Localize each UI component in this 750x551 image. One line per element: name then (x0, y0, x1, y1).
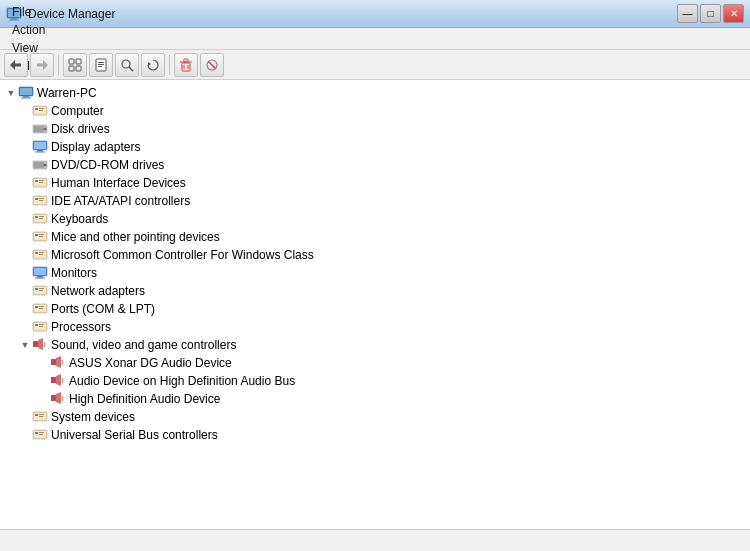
tree-label-sound: Sound, video and game controllers (51, 338, 236, 352)
menu-bar: FileActionViewHelp (0, 28, 750, 50)
back-button[interactable] (4, 53, 28, 77)
node-icon-ports (32, 301, 48, 317)
svg-rect-62 (35, 234, 38, 236)
tree-item-network[interactable]: Network adapters (0, 282, 750, 300)
tree-item-monitors[interactable]: Monitors (0, 264, 750, 282)
tree-item-keyboards[interactable]: Keyboards (0, 210, 750, 228)
svg-rect-7 (37, 63, 44, 66)
tree-label-keyboards: Keyboards (51, 212, 108, 226)
node-icon-computer (32, 103, 48, 119)
tree-label-mice: Mice and other pointing devices (51, 230, 220, 244)
tree-item-displayadapters[interactable]: Display adapters (0, 138, 750, 156)
maximize-button[interactable]: □ (700, 4, 721, 23)
svg-rect-57 (35, 216, 38, 218)
node-icon-diskdrives (32, 121, 48, 137)
tree-item-root[interactable]: ▼ Warren-PC (0, 84, 750, 102)
expand-icon-sound[interactable]: ▼ (18, 338, 32, 352)
update-icon (146, 58, 160, 72)
svg-rect-13 (98, 62, 104, 63)
tree-item-dvdrom[interactable]: DVD/CD-ROM drives (0, 156, 750, 174)
svg-rect-90 (51, 359, 56, 365)
disable-icon (205, 58, 219, 72)
tree-item-sysdevices[interactable]: System devices (0, 408, 750, 426)
svg-rect-81 (35, 306, 38, 308)
node-icon-asus (50, 355, 66, 371)
node-icon-ide (32, 193, 48, 209)
svg-rect-96 (39, 414, 44, 415)
svg-rect-32 (35, 108, 38, 110)
node-icon-usb (32, 427, 48, 443)
tree-label-audiohd: Audio Device on High Definition Audio Bu… (69, 374, 295, 388)
disable-button[interactable] (200, 53, 224, 77)
tree-item-asus[interactable]: ASUS Xonar DG Audio Device (0, 354, 750, 372)
svg-rect-5 (14, 63, 21, 66)
node-icon-network (32, 283, 48, 299)
expand-icon-root[interactable]: ▼ (4, 86, 18, 100)
tree-label-root: Warren-PC (37, 86, 97, 100)
svg-rect-77 (39, 288, 44, 289)
svg-rect-82 (39, 306, 44, 307)
node-icon-mswc (32, 247, 48, 263)
node-icon-hda (50, 391, 66, 407)
tree-label-network: Network adapters (51, 284, 145, 298)
svg-rect-19 (182, 63, 190, 71)
tree-item-ports[interactable]: Ports (COM & LPT) (0, 300, 750, 318)
tree-item-ide[interactable]: IDE ATA/ATAPI controllers (0, 192, 750, 210)
tree-item-hda[interactable]: High Definition Audio Device (0, 390, 750, 408)
uninstall-button[interactable] (174, 53, 198, 77)
node-icon-sound (32, 337, 48, 353)
tree-item-audiohd[interactable]: Audio Device on High Definition Audio Bu… (0, 372, 750, 390)
svg-rect-29 (21, 98, 31, 99)
node-icon-sysdevices (32, 409, 48, 425)
menu-item-file[interactable]: File (4, 3, 53, 21)
device-tree[interactable]: ▼ Warren-PC Computer Disk drives Display… (0, 80, 750, 529)
close-button[interactable]: ✕ (723, 4, 744, 23)
update-button[interactable] (141, 53, 165, 77)
tree-label-usb: Universal Serial Bus controllers (51, 428, 218, 442)
svg-rect-36 (34, 126, 44, 132)
tree-item-computer[interactable]: Computer (0, 102, 750, 120)
svg-line-25 (209, 61, 216, 68)
svg-rect-11 (76, 66, 81, 71)
svg-rect-48 (39, 180, 44, 181)
tree-item-sound[interactable]: ▼ Sound, video and game controllers (0, 336, 750, 354)
svg-rect-101 (39, 432, 44, 433)
svg-rect-27 (20, 88, 32, 95)
forward-icon (35, 58, 49, 72)
tree-label-monitors: Monitors (51, 266, 97, 280)
node-icon-mice (32, 229, 48, 245)
tree-item-usb[interactable]: Universal Serial Bus controllers (0, 426, 750, 444)
svg-rect-33 (39, 108, 44, 109)
svg-rect-10 (69, 66, 74, 71)
svg-rect-68 (39, 252, 44, 253)
svg-point-16 (122, 60, 130, 68)
svg-rect-100 (35, 432, 38, 434)
tree-label-dvdrom: DVD/CD-ROM drives (51, 158, 164, 172)
tree-item-mice[interactable]: Mice and other pointing devices (0, 228, 750, 246)
svg-rect-40 (37, 150, 43, 152)
svg-rect-59 (39, 218, 43, 219)
minimize-button[interactable]: — (677, 4, 698, 23)
tree-item-processors[interactable]: Processors (0, 318, 750, 336)
svg-rect-9 (76, 59, 81, 64)
tree-label-sysdevices: System devices (51, 410, 135, 424)
tree-label-computer: Computer (51, 104, 104, 118)
toolbar (0, 50, 750, 80)
tree-item-mswc[interactable]: Microsoft Common Controller For Windows … (0, 246, 750, 264)
svg-rect-78 (39, 290, 43, 291)
svg-rect-67 (35, 252, 38, 254)
svg-rect-92 (51, 395, 56, 401)
tree-item-diskdrives[interactable]: Disk drives (0, 120, 750, 138)
show-hidden-button[interactable] (63, 53, 87, 77)
menu-item-action[interactable]: Action (4, 21, 53, 39)
properties-button[interactable] (89, 53, 113, 77)
tree-item-hid[interactable]: Human Interface Devices (0, 174, 750, 192)
svg-line-17 (129, 67, 133, 71)
tree-label-displayadapters: Display adapters (51, 140, 140, 154)
svg-rect-69 (39, 254, 43, 255)
scan-icon (120, 58, 134, 72)
uninstall-icon (179, 58, 193, 72)
forward-button[interactable] (30, 53, 54, 77)
scan-button[interactable] (115, 53, 139, 77)
back-icon (9, 58, 23, 72)
